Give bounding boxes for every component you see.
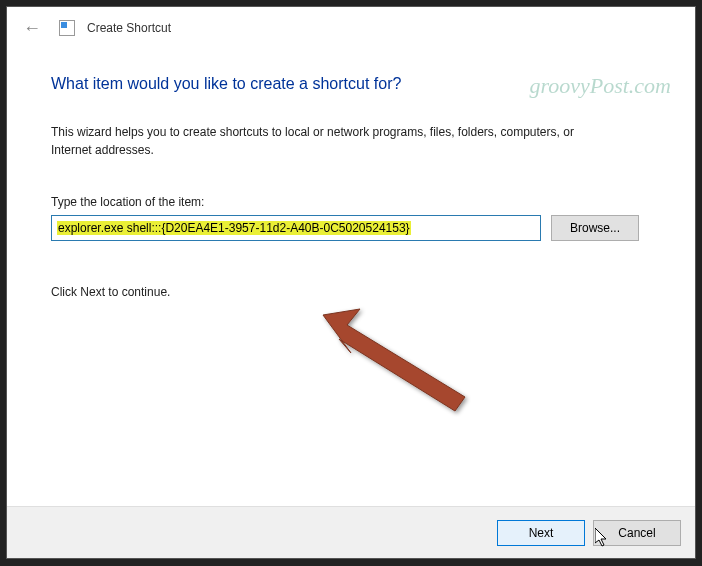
footer-bar: Next Cancel [7, 506, 695, 558]
back-arrow-icon[interactable]: ← [17, 16, 47, 41]
browse-button[interactable]: Browse... [551, 215, 639, 241]
wizard-description: This wizard helps you to create shortcut… [51, 123, 611, 159]
location-label: Type the location of the item: [51, 195, 651, 209]
window-title: Create Shortcut [87, 21, 171, 35]
titlebar: ← Create Shortcut [7, 7, 695, 49]
create-shortcut-window: ← Create Shortcut groovyPost.com What it… [6, 6, 696, 559]
page-heading: What item would you like to create a sho… [51, 75, 651, 93]
cancel-button[interactable]: Cancel [593, 520, 681, 546]
svg-marker-0 [323, 309, 465, 411]
annotation-arrow-icon [305, 297, 485, 417]
location-value: explorer.exe shell:::{D20EA4E1-3957-11d2… [57, 221, 411, 235]
continue-instruction: Click Next to continue. [51, 285, 651, 299]
next-button[interactable]: Next [497, 520, 585, 546]
shortcut-icon [59, 20, 75, 36]
location-input[interactable]: explorer.exe shell:::{D20EA4E1-3957-11d2… [51, 215, 541, 241]
location-row: explorer.exe shell:::{D20EA4E1-3957-11d2… [51, 215, 651, 241]
content-area: groovyPost.com What item would you like … [7, 49, 695, 506]
